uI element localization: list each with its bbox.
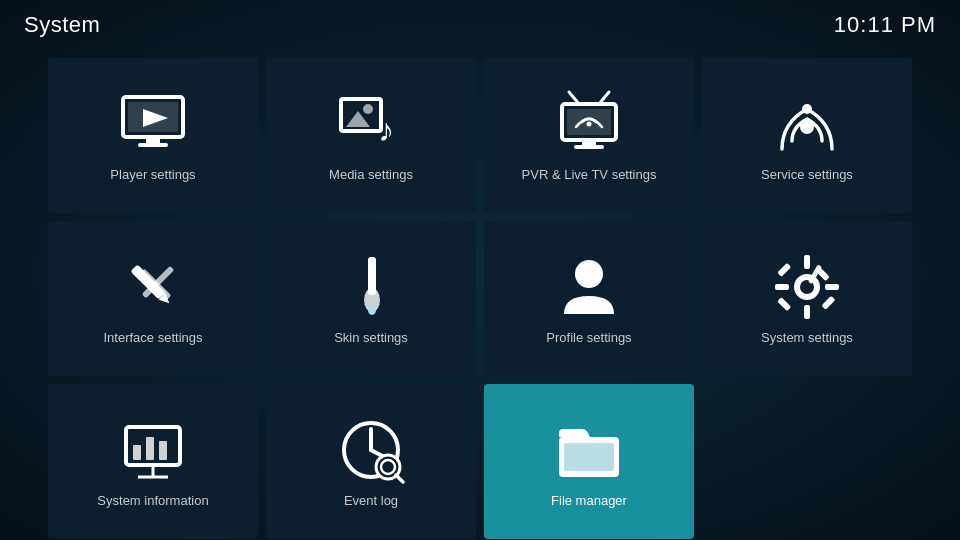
- file-manager-label: File manager: [543, 493, 635, 508]
- system-settings-label: System settings: [753, 330, 861, 345]
- tile-player-settings[interactable]: Player settings: [48, 58, 258, 213]
- svg-rect-3: [146, 137, 160, 143]
- svg-rect-13: [582, 140, 596, 145]
- page-title: System: [24, 12, 100, 38]
- svg-point-24: [368, 305, 376, 315]
- svg-point-17: [802, 104, 812, 114]
- profile-settings-label: Profile settings: [538, 330, 639, 345]
- pvr-settings-label: PVR & Live TV settings: [514, 167, 665, 182]
- tile-system-settings[interactable]: System settings: [702, 221, 912, 376]
- svg-rect-39: [159, 441, 167, 460]
- svg-point-7: [363, 104, 373, 114]
- tile-service-settings[interactable]: Service settings: [702, 58, 912, 213]
- file-manager-icon: [554, 415, 624, 485]
- event-log-icon: [336, 415, 406, 485]
- skin-settings-label: Skin settings: [326, 330, 416, 345]
- svg-point-25: [575, 260, 603, 288]
- tile-event-log[interactable]: Event log: [266, 384, 476, 539]
- service-settings-label: Service settings: [753, 167, 861, 182]
- svg-line-46: [396, 475, 403, 482]
- svg-rect-27: [804, 255, 810, 269]
- system-information-label: System information: [89, 493, 216, 508]
- clock: 10:11 PM: [834, 12, 936, 38]
- svg-rect-34: [777, 297, 791, 311]
- header: System 10:11 PM: [0, 0, 960, 50]
- tile-skin-settings[interactable]: Skin settings: [266, 221, 476, 376]
- svg-rect-30: [825, 284, 839, 290]
- svg-rect-31: [777, 263, 791, 277]
- svg-text:♪: ♪: [378, 112, 394, 148]
- interface-settings-label: Interface settings: [96, 330, 211, 345]
- event-log-label: Event log: [336, 493, 406, 508]
- skin-icon: [336, 252, 406, 322]
- service-icon: [772, 89, 842, 159]
- profile-icon: [554, 252, 624, 322]
- pvr-icon: [554, 89, 624, 159]
- svg-rect-14: [574, 145, 604, 149]
- system-settings-icon: [772, 252, 842, 322]
- svg-rect-49: [564, 443, 614, 471]
- tile-media-settings[interactable]: ♪ Media settings: [266, 58, 476, 213]
- tile-system-information[interactable]: System information: [48, 384, 258, 539]
- svg-point-15: [587, 122, 592, 127]
- media-settings-label: Media settings: [321, 167, 421, 182]
- svg-rect-28: [804, 305, 810, 319]
- tile-profile-settings[interactable]: Profile settings: [484, 221, 694, 376]
- svg-rect-29: [775, 284, 789, 290]
- svg-rect-4: [138, 143, 168, 147]
- media-icon: ♪: [336, 89, 406, 159]
- system-info-icon: [118, 415, 188, 485]
- svg-rect-37: [133, 445, 141, 460]
- tile-pvr-settings[interactable]: PVR & Live TV settings: [484, 58, 694, 213]
- system-page: System 10:11 PM Player settings: [0, 0, 960, 540]
- tile-interface-settings[interactable]: Interface settings: [48, 221, 258, 376]
- svg-rect-32: [821, 296, 835, 310]
- player-settings-label: Player settings: [102, 167, 203, 182]
- tiles-grid: Player settings ♪ Media settings: [0, 50, 960, 540]
- player-icon: [118, 89, 188, 159]
- interface-icon: [118, 252, 188, 322]
- tile-file-manager[interactable]: File manager: [484, 384, 694, 539]
- svg-rect-38: [146, 437, 154, 460]
